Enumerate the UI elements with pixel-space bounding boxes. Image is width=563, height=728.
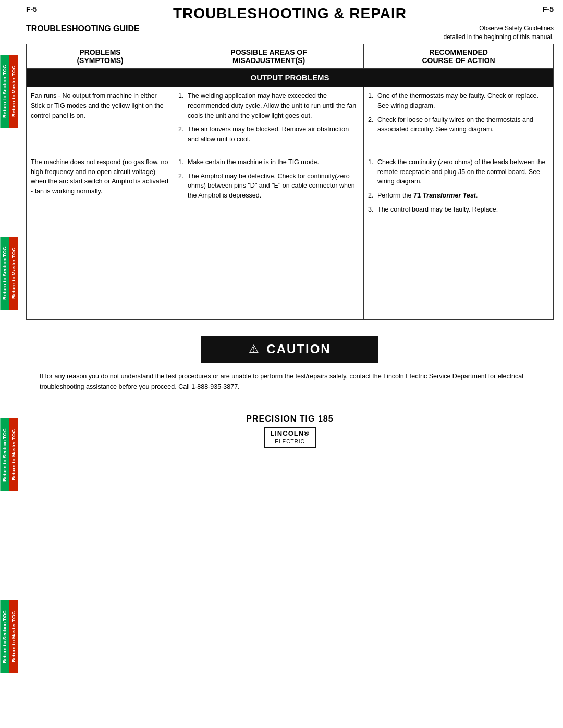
section-header: TROUBLESHOOTING GUIDE Observe Safety Gui… [26,24,554,42]
caution-box: ⚠ CAUTION [201,336,378,363]
action-item: 2. Perform the T1 Transformer Test. [368,191,549,201]
col-action-header: RECOMMENDED COURSE OF ACTION [364,44,554,68]
caution-body-text: If for any reason you do not understand … [40,371,540,392]
lincoln-logo: LINCOLN® ELECTRIC [264,427,315,448]
section-title: TROUBLESHOOTING GUIDE [26,24,140,33]
action-item: 1. One of the thermostats may be faulty.… [368,91,549,111]
action-item: 3. The control board may be faulty. Repl… [368,205,549,215]
footer-product-name: PRECISION TIG 185 [26,414,554,424]
return-section-toc-4[interactable]: Return to Section TOC [0,600,9,673]
misadjustment-item: 2. The air louvers may be blocked. Remov… [178,125,359,144]
output-problems-label: OUTPUT PROBLEMS [27,68,554,87]
return-master-toc-2[interactable]: Return to Master TOC [9,237,18,310]
lincoln-brand-line1: LINCOLN [270,429,304,437]
misadjustment-cell: 1. Make certain the machine is in the TI… [174,153,364,319]
page-title: TROUBLESHOOTING & REPAIR [37,5,543,22]
tab-section-1: Return to Section TOC Return to Master T… [0,0,21,182]
action-item: 2. Check for loose or faulty wires on th… [368,115,549,135]
return-master-toc-1[interactable]: Return to Master TOC [9,55,18,128]
tab-section-4: Return to Section TOC Return to Master T… [0,546,21,728]
action-item: 1. Check the continuity (zero ohms) of t… [368,157,549,187]
return-master-toc-3[interactable]: Return to Master TOC [9,418,18,491]
problem-cell: Fan runs - No output from machine in eit… [27,87,174,153]
lincoln-brand-line2: ELECTRIC [275,439,304,445]
page-footer: PRECISION TIG 185 LINCOLN® ELECTRIC [26,408,554,448]
safety-note: Observe Safety Guidelines detailed in th… [444,24,554,42]
action-cell: 1. Check the continuity (zero ohms) of t… [364,153,554,319]
main-content: F-5 TROUBLESHOOTING & REPAIR F-5 TROUBLE… [22,0,558,453]
page-number-left: F-5 [26,5,37,14]
table-row: Fan runs - No output from machine in eit… [27,87,554,153]
side-tabs: Return to Section TOC Return to Master T… [0,0,21,728]
col-problems-header: PROBLEMS (SYMPTOMS) [27,44,174,68]
misadjustment-cell: 1. The welding application may have exce… [174,87,364,153]
safety-note-line1: Observe Safety Guidelines [479,24,554,32]
return-section-toc-1[interactable]: Return to Section TOC [0,55,9,128]
caution-triangle-icon: ⚠ [249,342,259,356]
tab-section-3: Return to Section TOC Return to Master T… [0,364,21,546]
troubleshooting-table: PROBLEMS (SYMPTOMS) POSSIBLE AREAS OF MI… [26,44,554,320]
return-section-toc-3[interactable]: Return to Section TOC [0,418,9,491]
misadjustment-item: 1. The welding application may have exce… [178,91,359,120]
return-master-toc-4[interactable]: Return to Master TOC [9,600,18,673]
action-cell: 1. One of the thermostats may be faulty.… [364,87,554,153]
tab-section-2: Return to Section TOC Return to Master T… [0,182,21,364]
col-misadj-header: POSSIBLE AREAS OF MISADJUSTMENT(S) [174,44,364,68]
misadjustment-item: 2. The Amptrol may be defective. Check f… [178,171,359,201]
problem-cell: The machine does not respond (no gas flo… [27,153,174,319]
table-row: The machine does not respond (no gas flo… [27,153,554,319]
output-problems-banner: OUTPUT PROBLEMS [27,68,554,87]
page-number-right: F-5 [543,5,554,14]
table-header-row: PROBLEMS (SYMPTOMS) POSSIBLE AREAS OF MI… [27,44,554,68]
page-header: F-5 TROUBLESHOOTING & REPAIR F-5 [26,5,554,22]
caution-label: CAUTION [266,342,331,356]
return-section-toc-2[interactable]: Return to Section TOC [0,237,9,310]
caution-section: ⚠ CAUTION If for any reason you do not u… [26,336,554,392]
misadjustment-item: 1. Make certain the machine is in the TI… [178,157,359,167]
safety-note-line2: detailed in the beginning of this manual… [444,33,554,41]
